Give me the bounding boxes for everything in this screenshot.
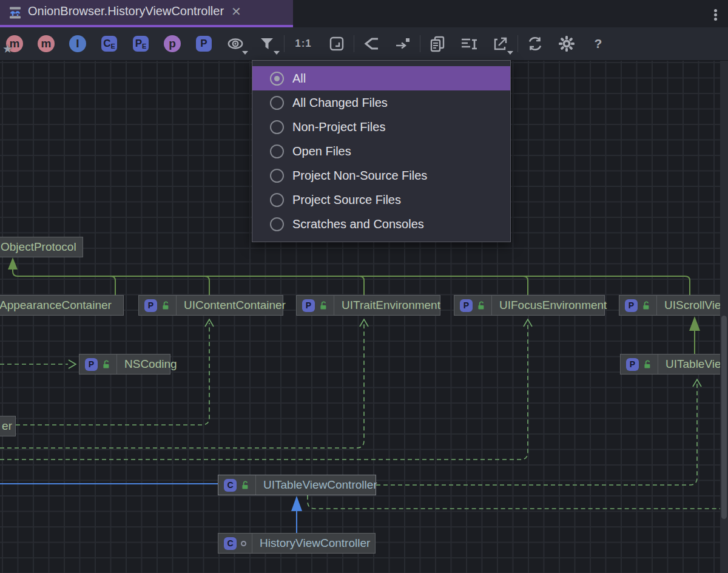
- protocol-badge-icon: P: [85, 358, 98, 371]
- chevron-down-icon: [274, 51, 280, 55]
- radio-icon: [270, 144, 284, 158]
- lock-open-icon: [643, 360, 652, 369]
- radio-icon: [270, 217, 284, 231]
- edge-branch-uitraitenvironment: [359, 276, 364, 295]
- node-icon-area: C: [218, 534, 252, 553]
- tab-bar: OnionBrowser.HistoryViewController ✕: [0, 0, 728, 27]
- radio-icon: [270, 72, 284, 86]
- node-icon-area: P: [139, 296, 177, 315]
- node-uitraitenvironment[interactable]: PUITraitEnvironment: [296, 295, 440, 316]
- node-label: HistoryViewController: [252, 537, 377, 550]
- close-icon[interactable]: ✕: [231, 4, 241, 19]
- scope-filter-button[interactable]: [258, 35, 275, 52]
- vertical-scrollbar[interactable]: [721, 316, 727, 519]
- node-details-button[interactable]: [460, 35, 477, 52]
- menu-item-label: All: [292, 72, 306, 86]
- menu-item-project-non-source-files[interactable]: Project Non-Source Files: [252, 163, 510, 188]
- node-label: UIFocusEnvironment: [492, 299, 614, 312]
- method-starred-badge[interactable]: m★: [6, 35, 23, 52]
- node-historyviewcontroller[interactable]: CHistoryViewController: [218, 533, 376, 554]
- menu-item-all[interactable]: All: [252, 66, 510, 90]
- protocol-badge-icon: P: [302, 299, 315, 312]
- edge-branch-uicontentcontainer: [204, 276, 209, 295]
- visibility-eye-button[interactable]: [227, 35, 244, 52]
- node-nscoding[interactable]: PNSCoding: [79, 354, 170, 375]
- node-label: ObjectProtocol: [0, 240, 84, 254]
- node-uifocusenvironment[interactable]: PUIFocusEnvironment: [454, 295, 605, 316]
- copy-diagram-button[interactable]: [429, 35, 446, 52]
- method-badge[interactable]: m: [38, 35, 55, 52]
- menu-item-label: All Changed Files: [292, 96, 388, 110]
- protocol-extension-badge-glyph: PE: [133, 36, 149, 52]
- protocol-extension-badge[interactable]: PE: [132, 35, 149, 52]
- node-er-truncated[interactable]: er: [0, 416, 16, 436]
- show-edge-labels-button[interactable]: [363, 35, 380, 52]
- radio-icon: [270, 193, 284, 207]
- node-uicontentcontainer[interactable]: PUIContentContainer: [138, 295, 283, 316]
- property-badge[interactable]: p: [164, 35, 181, 52]
- node-label: UITableView: [658, 358, 728, 371]
- method-badge-glyph: m: [38, 35, 55, 52]
- lock-open-icon: [642, 301, 651, 310]
- export-diagram-button[interactable]: [492, 35, 509, 52]
- diagram-toolbar: m★mICEPEpP 1:1: [0, 27, 728, 61]
- lock-open-icon: [102, 360, 111, 369]
- star-icon: ★: [2, 42, 13, 56]
- edge-openarrow-uicontentcontainer: [205, 319, 214, 327]
- lock-open-icon: [477, 301, 486, 310]
- kebab-menu-icon[interactable]: [710, 8, 721, 20]
- protocol-badge-icon: P: [460, 299, 473, 312]
- protocol-badge-icon: P: [625, 299, 638, 312]
- node-icon-area: P: [79, 354, 117, 374]
- menu-item-open-files[interactable]: Open Files: [252, 139, 510, 163]
- chevron-down-icon: [242, 51, 248, 55]
- node-icon-area: C: [218, 475, 256, 495]
- node-uiscrollview[interactable]: PUIScrollView: [619, 295, 728, 316]
- node-uitableviewcontroller[interactable]: CUITableViewController: [218, 475, 376, 495]
- gear-icon[interactable]: [558, 35, 575, 52]
- node-label: UIContentContainer: [177, 299, 293, 312]
- class-extension-badge[interactable]: CE: [101, 35, 118, 52]
- tab-title: OnionBrowser.HistoryViewController: [28, 4, 224, 18]
- tab-hierarchy[interactable]: OnionBrowser.HistoryViewController ✕: [0, 0, 293, 27]
- edge-protocols-extend-objectprotocol-trunk: [13, 269, 690, 295]
- menu-item-label: Scratches and Consoles: [292, 217, 424, 231]
- edge-uitableviewcontroller-conforms-uitableview: [376, 383, 697, 485]
- node-icon-area: P: [454, 296, 492, 315]
- protocol-badge[interactable]: P: [195, 35, 212, 52]
- menu-item-label: Project Source Files: [292, 193, 401, 207]
- protocol-badge-icon: P: [144, 299, 157, 312]
- edge-openarrow-uitableview: [693, 379, 701, 387]
- fit-content-button[interactable]: [328, 35, 345, 52]
- class-badge-icon: C: [224, 537, 237, 550]
- node-label: UIScrollView: [657, 299, 728, 312]
- edge-openarrow-nscoding: [69, 360, 76, 368]
- instance-badge[interactable]: I: [69, 35, 86, 52]
- edge-branch-appearancecontainer: [110, 276, 115, 295]
- diagram-window: OnionBrowser.HistoryViewController ✕ m★m…: [0, 0, 728, 573]
- node-label: UITableViewController: [256, 478, 385, 492]
- node-appearancecontainer[interactable]: PAppearanceContainer: [0, 295, 124, 316]
- node-uitableview[interactable]: PUITableView: [620, 354, 728, 375]
- chevron-down-icon: [507, 51, 513, 55]
- menu-item-non-project-files[interactable]: Non-Project Files: [252, 115, 510, 139]
- toolbar-separator: [517, 35, 518, 52]
- show-dependencies-button[interactable]: [394, 35, 411, 52]
- lock-open-icon: [161, 301, 170, 310]
- refresh-button[interactable]: [527, 35, 544, 52]
- actual-size-button[interactable]: 1:1: [293, 35, 314, 52]
- menu-item-scratches-and-consoles[interactable]: Scratches and Consoles: [252, 212, 510, 236]
- menu-item-project-source-files[interactable]: Project Source Files: [252, 188, 510, 212]
- help-button[interactable]: ?: [590, 35, 607, 52]
- lock-open-icon: [241, 481, 250, 490]
- edge-branch-uifocusenvironment: [523, 276, 528, 295]
- menu-item-label: Open Files: [292, 144, 351, 158]
- instance-badge-glyph: I: [69, 35, 86, 52]
- lock-open-icon: [319, 301, 328, 310]
- edge-openarrow-uitraitenvironment: [360, 319, 368, 327]
- menu-item-all-changed-files[interactable]: All Changed Files: [252, 90, 510, 115]
- node-objectprotocol[interactable]: PObjectProtocol: [0, 237, 83, 257]
- menu-item-label: Project Non-Source Files: [292, 169, 427, 183]
- edge-openarrow-uifocusenvironment: [524, 319, 532, 327]
- class-badge-icon: C: [224, 479, 237, 492]
